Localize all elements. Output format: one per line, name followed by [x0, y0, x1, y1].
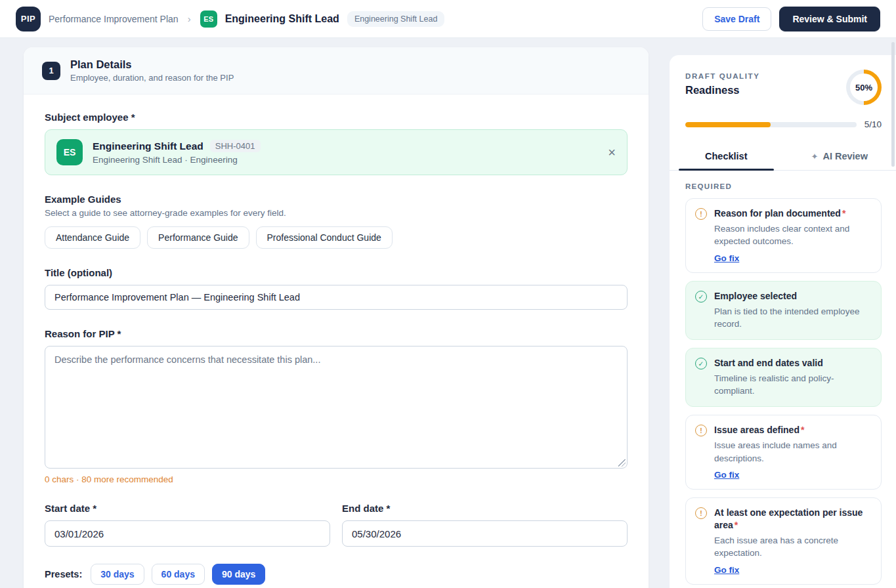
required-asterisk: * [735, 520, 738, 530]
draft-quality-header: DRAFT QUALITY Readiness 50% [685, 72, 882, 105]
step-number: 1 [42, 62, 60, 80]
save-draft-button[interactable]: Save Draft [702, 7, 771, 31]
checklist-item-title: Start and end dates valid [714, 358, 823, 368]
go-fix-link[interactable]: Go fix [714, 470, 739, 480]
end-date-label: End date * [342, 503, 628, 514]
sidebar-tabs: Checklist ✦ AI Review [670, 144, 896, 171]
checklist-item-desc: Plan is tied to the intended employee re… [714, 305, 872, 331]
sparkles-icon: ✦ [811, 152, 819, 161]
step-subtitle: Employee, duration, and reason for the P… [70, 73, 234, 83]
checklist-item-desc: Reason includes clear context and expect… [714, 222, 872, 248]
readiness-percent: 50% [850, 74, 878, 101]
checklist-item-title: Issue areas defined [714, 425, 800, 435]
performance-guide-button[interactable]: Performance Guide [147, 226, 249, 249]
subject-employee-label: Subject employee * [45, 112, 628, 123]
top-bar: PIP Performance Improvement Plan › ES En… [0, 0, 896, 38]
reason-label: Reason for PIP * [45, 328, 628, 339]
checklist-item: ✓ Employee selected Plan is tied to the … [685, 281, 882, 340]
checklist-item-desc: Issue areas include names and descriptio… [714, 439, 872, 465]
start-date-input[interactable] [45, 520, 330, 547]
warning-icon: ! [695, 425, 707, 436]
start-date-label: Start date * [45, 503, 330, 514]
checklist-item-desc: Each issue area has a concrete expectati… [714, 534, 872, 560]
example-guides-subtitle: Select a guide to see attorney-grade exa… [45, 208, 628, 218]
review-submit-button[interactable]: Review & Submit [779, 7, 880, 32]
entity-badge: ES [200, 10, 217, 28]
form-body: Subject employee * ES Engineering Shift … [24, 94, 649, 588]
readiness-title: Readiness [685, 84, 759, 96]
checklist-item-desc: Timeline is realistic and policy-complia… [714, 372, 872, 398]
readiness-bar-fill [685, 122, 771, 127]
breadcrumb[interactable]: Performance Improvement Plan [49, 14, 179, 24]
readiness-bar-row: 5/10 [685, 119, 882, 129]
remove-employee-button[interactable]: × [608, 146, 616, 159]
checklist-item: ! At least one expectation per issue are… [685, 497, 882, 585]
tab-checklist-label: Checklist [705, 151, 747, 161]
required-section-label: REQUIRED [685, 182, 882, 190]
warning-icon: ! [695, 507, 707, 519]
plan-details-card: 1 Plan Details Employee, duration, and r… [24, 47, 649, 588]
title-label: Title (optional) [45, 267, 628, 278]
tab-ai-review-label: AI Review [822, 151, 868, 161]
check-icon: ✓ [695, 291, 707, 303]
step-title: Plan Details [70, 58, 234, 71]
preset-60-days-button[interactable]: 60 days [152, 564, 205, 585]
checklist-item: ✓ Start and end dates valid Timeline is … [685, 348, 882, 407]
example-guides-section: Example Guides Select a guide to see att… [45, 194, 628, 249]
title-field-section: Title (optional) [45, 267, 628, 310]
readiness-score: 5/10 [864, 119, 882, 129]
draft-quality-label: DRAFT QUALITY [685, 72, 759, 80]
checklist-item: ! Reason for plan documented* Reason inc… [685, 198, 882, 273]
tab-checklist[interactable]: Checklist [670, 144, 783, 170]
go-fix-link[interactable]: Go fix [714, 253, 739, 263]
example-guides-title: Example Guides [45, 194, 628, 205]
required-asterisk: * [801, 425, 804, 435]
step-header: 1 Plan Details Employee, duration, and r… [24, 47, 649, 94]
dates-section: Start date * End date * [45, 503, 628, 547]
go-fix-link[interactable]: Go fix [714, 565, 739, 575]
employee-name: Engineering Shift Lead [93, 140, 203, 152]
readiness-ring: 50% [846, 70, 882, 105]
attendance-guide-button[interactable]: Attendance Guide [45, 226, 140, 249]
checklist-item-title: Employee selected [714, 291, 797, 301]
required-asterisk: * [842, 208, 845, 219]
checklist-item-title: Reason for plan documented [714, 208, 841, 219]
employee-id-badge: SHH-0401 [210, 140, 261, 152]
preset-90-days-button[interactable]: 90 days [212, 564, 265, 585]
page-scrollbar[interactable] [891, 42, 895, 167]
tab-ai-review[interactable]: ✦ AI Review [783, 144, 896, 170]
entity-name: Engineering Shift Lead [225, 13, 339, 25]
title-input[interactable] [45, 285, 628, 310]
check-icon: ✓ [695, 358, 707, 369]
quality-sidebar: DRAFT QUALITY Readiness 50% 5/10 Checkli… [670, 55, 896, 588]
reason-field-section: Reason for PIP * 0 chars · 80 more recom… [45, 328, 628, 484]
checklist-item: ! Issue areas defined* Issue areas inclu… [685, 415, 882, 490]
end-date-input[interactable] [342, 520, 628, 547]
reason-textarea[interactable] [45, 346, 628, 469]
warning-icon: ! [695, 208, 707, 220]
char-counter: 0 chars · 80 more recommended [45, 474, 628, 484]
professional-conduct-guide-button[interactable]: Professional Conduct Guide [256, 226, 393, 249]
employee-avatar: ES [56, 139, 83, 165]
checklist: ! Reason for plan documented* Reason inc… [685, 198, 882, 588]
employee-meta: Engineering Shift Lead · Engineering [93, 155, 261, 165]
app-logo: PIP [16, 7, 41, 32]
presets-label: Presets: [45, 569, 82, 579]
header-actions: Save Draft Review & Submit [702, 7, 880, 32]
readiness-bar-track [685, 122, 857, 127]
chevron-right-icon: › [188, 13, 191, 24]
entity-tag-badge: Engineering Shift Lead [347, 11, 444, 27]
selected-employee-card: ES Engineering Shift Lead SHH-0401 Engin… [45, 129, 628, 175]
presets-section: Presets: 30 days 60 days 90 days [45, 564, 628, 585]
preset-30-days-button[interactable]: 30 days [91, 564, 144, 585]
